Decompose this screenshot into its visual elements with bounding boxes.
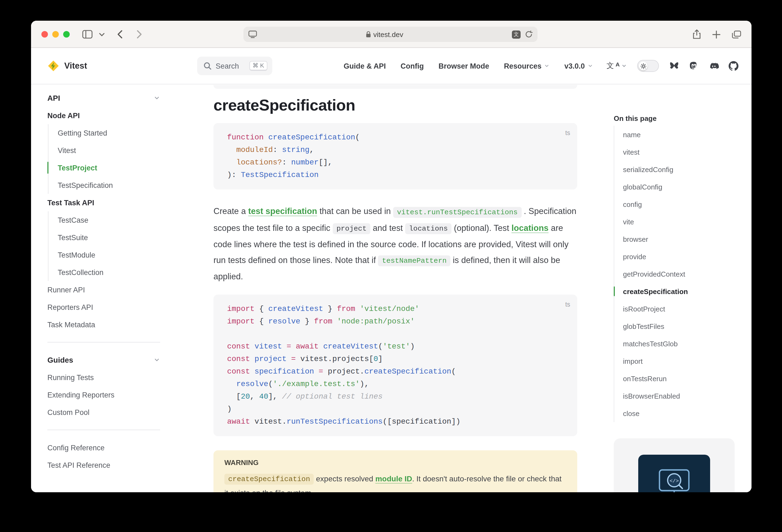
code-search-illustration-icon: </> [654,468,694,492]
page-format-icon[interactable] [248,31,257,38]
code-token [227,145,236,154]
toc-item-name[interactable]: name [623,126,740,143]
sidebar-item-test-api-reference[interactable]: Test API Reference [47,456,160,474]
sidebar-divider [47,342,160,343]
sidebar-item-node-api[interactable]: Node API [47,107,160,124]
sidebar-item-guides[interactable]: Guides [47,351,160,369]
toc-item-globtestfiles[interactable]: globTestFiles [623,317,740,335]
zoom-window-button[interactable] [63,31,70,37]
nav-link-v3-0-0[interactable]: v3.0.0 [564,62,593,70]
sidebar-item-label: Test Task API [47,199,94,207]
code-token: ( [378,342,383,350]
sponsor-card[interactable]: </> [614,438,735,492]
toc-item-isrootproject[interactable]: isRootProject [623,300,740,317]
nav-link-resources[interactable]: Resources [504,62,550,70]
mastodon-icon[interactable] [689,61,699,71]
sidebar-item-testmodule[interactable]: TestModule [48,246,160,263]
code-token: specification [255,367,314,376]
sidebar-item-testcollection[interactable]: TestCollection [48,263,160,281]
sidebar-item-testproject[interactable]: TestProject [48,159,160,176]
toc-item-isbrowserenabled[interactable]: isBrowserEnabled [623,387,740,404]
forward-button[interactable] [137,21,142,48]
on-this-page: On this page namevitestserializedConfigg… [614,114,740,422]
sidebar-item-extending-reporters[interactable]: Extending Reporters [47,386,160,403]
sidebar-item-testsuite[interactable]: TestSuite [48,229,160,246]
toc-item-provide[interactable]: provide [623,248,740,265]
toc-item-matchestestglob[interactable]: matchesTestGlob [623,335,740,352]
sidebar-toggle-icon[interactable] [82,21,93,48]
nav-link-browser-mode[interactable]: Browser Mode [439,62,489,70]
reload-icon[interactable] [525,31,533,38]
toc-item-createspecification[interactable]: createSpecification [623,283,740,300]
inline-code-link[interactable]: vitest.runTestSpecifications [393,207,522,217]
sidebar-item-reporters-api[interactable]: Reporters API [47,298,160,316]
sidebar-item-task-metadata[interactable]: Task Metadata [47,316,160,333]
sidebar-item-label: Reporters API [47,303,93,311]
toc-item-globalconfig[interactable]: globalConfig [623,178,740,196]
code-token: ], [268,392,282,400]
toc-item-serializedconfig[interactable]: serializedConfig [623,161,740,178]
sidebar-item-vitest[interactable]: Vitest [48,142,160,159]
sidebar-item-getting-started[interactable]: Getting Started [48,124,160,142]
discord-icon[interactable] [709,61,719,71]
sidebar-item-api[interactable]: API [47,89,160,107]
sidebar-item-runner-api[interactable]: Runner API [47,281,160,298]
toc-item-getprovidedcontext[interactable]: getProvidedContext [623,265,740,283]
content-area[interactable]: createSpecification ts function createSp… [179,84,751,492]
theme-toggle[interactable] [637,60,659,72]
sidebar-item-custom-pool[interactable]: Custom Pool [47,403,160,421]
sidebar-item-label: Test API Reference [47,461,110,469]
github-icon[interactable] [728,61,739,71]
address-bar[interactable]: vitest.dev 文 [243,27,537,42]
code-token [250,354,255,363]
share-icon[interactable] [693,29,701,39]
code-token: } [300,317,314,325]
brand[interactable]: Vitest [31,48,179,84]
nav-link-config[interactable]: Config [400,62,424,70]
minimize-window-button[interactable] [52,31,59,37]
toc-item-import[interactable]: import [623,352,740,370]
tab-overview-icon[interactable] [732,30,741,38]
sidebar-item-config-reference[interactable]: Config Reference [47,439,160,456]
sidebar-item-test-task-api[interactable]: Test Task API [47,194,160,211]
toc-item-vitest[interactable]: vitest [623,143,740,161]
sidebar-chevron-icon[interactable] [99,21,105,48]
inline-code: createSpecification [224,474,314,485]
toc-item-config[interactable]: config [623,196,740,213]
nav-link-guide-api[interactable]: Guide & API [344,62,386,70]
inline-code-link[interactable]: testNamePattern [378,255,450,266]
url-text: vitest.dev [257,30,512,38]
code-line: ) [227,403,564,415]
translate-page-icon[interactable]: 文 [512,30,521,38]
sidebar-item-label: Node API [47,111,80,119]
code-token: vitest [255,342,282,350]
sidebar-item-testspecification[interactable]: TestSpecification [48,176,160,194]
code-token: TestSpecification [241,171,319,179]
sidebar-item-label: Custom Pool [47,408,90,416]
inline-code: locations [405,223,452,234]
text-run: (optional). Test [452,223,511,232]
text-run: expects resolved [314,474,376,483]
code-line: ): TestSpecification [227,169,564,181]
toc-item-browser[interactable]: browser [623,230,740,248]
toc-item-close[interactable]: close [623,404,740,422]
inline-link[interactable]: locations [511,223,549,232]
toc-item-vite[interactable]: vite [623,213,740,230]
code-line: import { resolve } from 'node:path/posix… [227,315,564,327]
chevron-down-icon [153,95,160,101]
new-tab-icon[interactable] [712,30,720,38]
inline-link[interactable]: module ID [375,474,412,483]
sidebar-item-running-tests[interactable]: Running Tests [47,369,160,386]
sidebar-item-label: Task Metadata [47,320,95,329]
sidebar-item-label: Running Tests [47,373,94,382]
back-button[interactable] [117,21,122,48]
search-input[interactable]: Search ⌘ K [197,57,272,75]
bluesky-icon[interactable] [669,61,679,71]
inline-link[interactable]: test specification [248,206,317,216]
sidebar-item-testcase[interactable]: TestCase [48,211,160,229]
code-line: locations?: number[], [227,156,564,169]
language-menu[interactable]: 文 A [607,61,627,71]
code-lines: function createSpecification( moduleId: … [227,131,564,181]
close-window-button[interactable] [41,31,48,37]
toc-item-ontestsrerun[interactable]: onTestsRerun [623,370,740,387]
